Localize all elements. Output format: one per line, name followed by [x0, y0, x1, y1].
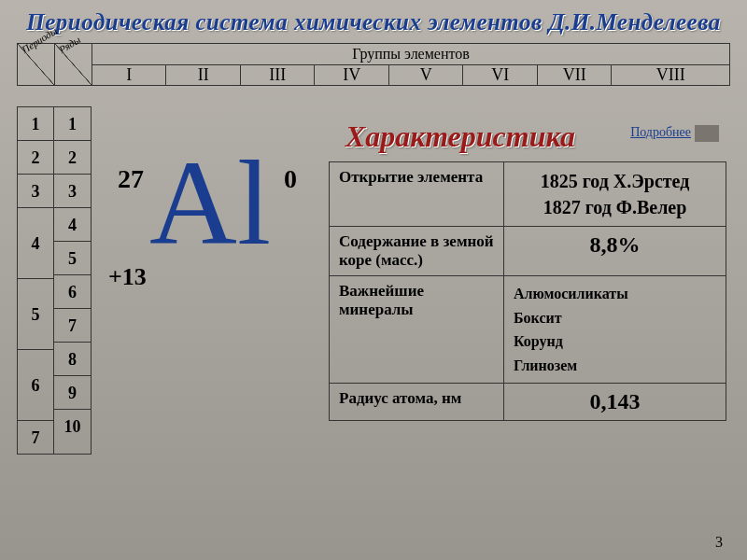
- row-cell: 6: [54, 274, 91, 308]
- minerals-label: Важнейшие минералы: [330, 276, 504, 384]
- table-row: Содержание в земной коре (масс.) 8,8%: [330, 227, 726, 276]
- group-7: VII: [538, 65, 612, 85]
- group-8: VIII: [612, 65, 729, 85]
- mineral-item: Глинозем: [514, 354, 716, 378]
- period-cell: 2: [18, 140, 53, 174]
- row-cell: 5: [54, 241, 91, 274]
- discovery-line-2: 1827 год Ф.Велер: [514, 194, 716, 220]
- radius-label: Радиус атома, нм: [330, 384, 504, 421]
- period-cell: 1: [18, 106, 53, 140]
- side-columns: 1 2 3 4 5 6 7 1 2 3 4 5 6 7 8 9 10: [17, 106, 92, 455]
- info-table: Открытие элемента 1825 год Х.Эрстед 1827…: [329, 161, 726, 421]
- row-cell: 4: [54, 207, 91, 241]
- row-cell: 1: [54, 106, 91, 140]
- element-mass: 27: [118, 164, 144, 194]
- element-symbol: Al: [149, 133, 271, 273]
- table-row: Радиус атома, нм 0,143: [330, 384, 726, 421]
- row-cell: 8: [54, 342, 91, 375]
- group-4: IV: [315, 65, 388, 85]
- row-cell: 2: [54, 140, 91, 174]
- period-cell: 5: [18, 278, 53, 349]
- group-1: I: [92, 65, 166, 85]
- period-cell: 7: [18, 420, 53, 454]
- element-oxidation: 0: [284, 164, 297, 194]
- mineral-item: Боксит: [514, 306, 716, 330]
- period-cell: 4: [18, 207, 53, 278]
- more-link[interactable]: Подробнее: [630, 125, 719, 142]
- mineral-item: Корунд: [514, 329, 716, 354]
- groups-row: I II III IV V VI VII VIII: [92, 65, 729, 85]
- discovery-value: 1825 год Х.Эрстед 1827 год Ф.Велер: [504, 162, 726, 227]
- crust-label: Содержание в земной коре (масс.): [330, 227, 504, 276]
- discovery-line-1: 1825 год Х.Эрстед: [514, 168, 716, 194]
- periods-header-cell: Периоды: [18, 44, 55, 85]
- page-number: 3: [715, 534, 723, 551]
- rows-column: 1 2 3 4 5 6 7 8 9 10: [54, 106, 92, 455]
- table-row: Открытие элемента 1825 год Х.Эрстед 1827…: [330, 162, 726, 227]
- crust-value: 8,8%: [504, 227, 726, 276]
- characteristic-title: Характеристика: [345, 119, 575, 154]
- row-cell: 3: [54, 174, 91, 207]
- element-box: 27 0 Al +13: [110, 159, 297, 317]
- discovery-label: Открытие элемента: [330, 162, 504, 227]
- table-row: Важнейшие минералы Алюмосиликаты Боксит …: [330, 276, 726, 384]
- period-cell: 3: [18, 174, 53, 207]
- page-title: Периодическая система химических элемент…: [0, 0, 747, 43]
- minerals-value: Алюмосиликаты Боксит Корунд Глинозем: [504, 276, 726, 384]
- group-3: III: [241, 65, 315, 85]
- element-charge: +13: [108, 263, 147, 291]
- groups-header: Группы элементов I II III IV V VI VII VI…: [92, 44, 729, 85]
- groups-title: Группы элементов: [92, 44, 729, 65]
- mineral-item: Алюмосиликаты: [514, 282, 716, 306]
- periods-column: 1 2 3 4 5 6 7: [17, 106, 54, 455]
- group-2: II: [166, 65, 240, 85]
- row-cell: 9: [54, 375, 91, 409]
- row-cell: 7: [54, 308, 91, 342]
- group-6: VI: [463, 65, 537, 85]
- row-cell: 10: [54, 409, 91, 442]
- radius-value: 0,143: [504, 384, 726, 421]
- header-bar: Периоды Ряды Группы элементов I II III I…: [17, 43, 730, 86]
- period-cell: 6: [18, 349, 53, 420]
- rows-header-cell: Ряды: [55, 44, 92, 85]
- group-5: V: [389, 65, 463, 85]
